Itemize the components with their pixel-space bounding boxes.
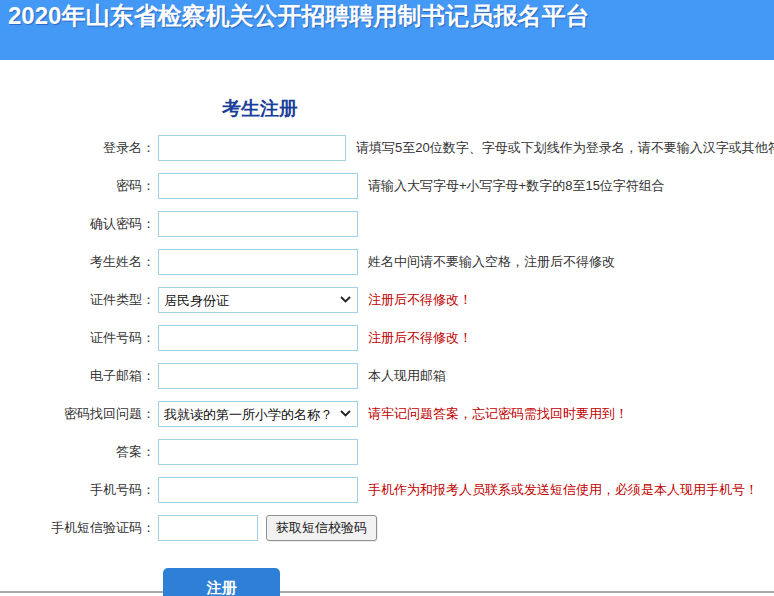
register-button[interactable]: 注册 bbox=[163, 568, 280, 596]
email-input[interactable] bbox=[158, 363, 358, 389]
page-header: 2020年山东省检察机关公开招聘聘用制书记员报名平台 bbox=[0, 0, 774, 60]
form-title: 考生注册 bbox=[222, 98, 774, 120]
registration-page: 2020年山东省检察机关公开招聘聘用制书记员报名平台 考生注册 登录名： 请填写… bbox=[0, 0, 774, 596]
field-label: 电子邮箱： bbox=[0, 363, 155, 389]
security-question-row: 密码找回问题： 我就读的第一所小学的名称？ 请牢记问题答案，忘记密码需找回时要用… bbox=[0, 401, 774, 427]
field-hint: 请牢记问题答案，忘记密码需找回时要用到！ bbox=[368, 401, 628, 427]
footer-divider bbox=[0, 591, 774, 593]
login-name-input[interactable] bbox=[158, 135, 346, 161]
field-label: 答案： bbox=[0, 439, 155, 465]
answer-input[interactable] bbox=[158, 439, 358, 465]
id-type-select-wrap: 居民身份证 bbox=[158, 287, 358, 313]
mobile-number-row: 手机号码： 手机作为和报考人员联系或发送短信使用，必须是本人现用手机号！ bbox=[0, 477, 774, 503]
get-sms-code-button[interactable]: 获取短信校验码 bbox=[266, 515, 377, 541]
field-label: 密码： bbox=[0, 173, 155, 199]
id-number-row: 证件号码： 注册后不得修改！ bbox=[0, 325, 774, 351]
email-row: 电子邮箱： 本人现用邮箱 bbox=[0, 363, 774, 389]
security-question-select[interactable]: 我就读的第一所小学的名称？ bbox=[158, 401, 358, 427]
field-hint: 手机作为和报考人员联系或发送短信使用，必须是本人现用手机号！ bbox=[368, 477, 758, 503]
field-hint: 姓名中间请不要输入空格，注册后不得修改 bbox=[368, 249, 615, 275]
sms-code-row: 手机短信验证码： 获取短信校验码 bbox=[0, 515, 774, 541]
field-hint: 注册后不得修改！ bbox=[368, 325, 472, 351]
field-label: 证件号码： bbox=[0, 325, 155, 351]
field-label: 登录名： bbox=[0, 135, 155, 161]
field-label: 考生姓名： bbox=[0, 249, 155, 275]
password-input[interactable] bbox=[158, 173, 358, 199]
field-hint: 注册后不得修改！ bbox=[368, 287, 472, 313]
field-label: 证件类型： bbox=[0, 287, 155, 313]
sms-code-input[interactable] bbox=[158, 515, 258, 541]
candidate-name-input[interactable] bbox=[158, 249, 358, 275]
field-label: 密码找回问题： bbox=[0, 401, 155, 427]
answer-row: 答案： bbox=[0, 439, 774, 465]
field-hint: 请输入大写字母+小写字母+数字的8至15位字符组合 bbox=[368, 173, 665, 199]
field-label: 手机号码： bbox=[0, 477, 155, 503]
field-hint: 请填写5至20位数字、字母或下划线作为登录名，请不要输入汉字或其他符号 bbox=[356, 135, 774, 161]
confirm-password-input[interactable] bbox=[158, 211, 358, 237]
id-type-row: 证件类型： 居民身份证 注册后不得修改！ bbox=[0, 287, 774, 313]
page-title: 2020年山东省检察机关公开招聘聘用制书记员报名平台 bbox=[0, 0, 774, 31]
id-type-select[interactable]: 居民身份证 bbox=[158, 287, 358, 313]
candidate-name-row: 考生姓名： 姓名中间请不要输入空格，注册后不得修改 bbox=[0, 249, 774, 275]
confirm-password-row: 确认密码： bbox=[0, 211, 774, 237]
mobile-number-input[interactable] bbox=[158, 477, 358, 503]
password-row: 密码： 请输入大写字母+小写字母+数字的8至15位字符组合 bbox=[0, 173, 774, 199]
field-label: 手机短信验证码： bbox=[0, 515, 155, 541]
registration-form: 登录名： 请填写5至20位数字、字母或下划线作为登录名，请不要输入汉字或其他符号… bbox=[0, 135, 774, 541]
id-number-input[interactable] bbox=[158, 325, 358, 351]
security-question-select-wrap: 我就读的第一所小学的名称？ bbox=[158, 401, 358, 427]
field-hint: 本人现用邮箱 bbox=[368, 363, 446, 389]
login-name-row: 登录名： 请填写5至20位数字、字母或下划线作为登录名，请不要输入汉字或其他符号 bbox=[0, 135, 774, 161]
field-label: 确认密码： bbox=[0, 211, 155, 237]
